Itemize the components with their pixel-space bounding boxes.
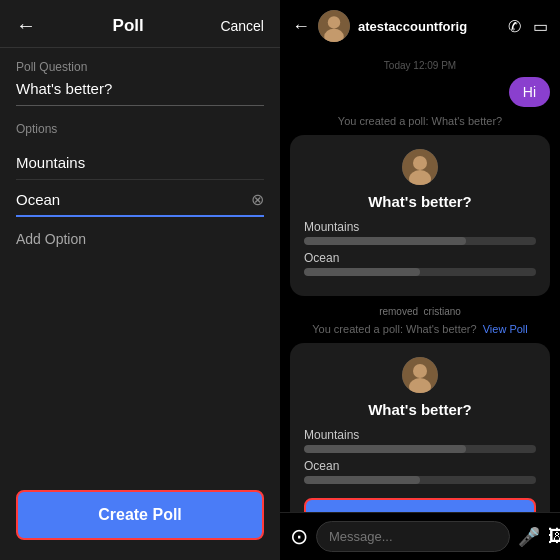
vote-button[interactable]: Vote	[304, 498, 536, 512]
ocean-label-2: Ocean	[304, 459, 536, 473]
message-input[interactable]	[316, 521, 510, 552]
bottom-icons: 🎤 🖼 😊	[518, 526, 560, 548]
ocean-bar-2	[304, 476, 536, 484]
back-icon[interactable]: ←	[16, 14, 36, 37]
removed-label: removed	[379, 306, 418, 317]
chat-header-icons: ✆ ▭	[508, 17, 548, 36]
chat-avatar	[318, 10, 350, 42]
option-ocean-row[interactable]: ⊗	[16, 184, 264, 217]
poll-option-mountains-1: Mountains	[304, 220, 536, 245]
poll-option-mountains-2: Mountains	[304, 428, 536, 453]
timestamp: Today 12:09 PM	[290, 60, 550, 71]
removed-text: removed cristiano	[290, 306, 550, 317]
phone-icon[interactable]: ✆	[508, 17, 521, 36]
ocean-bar-fill-1	[304, 268, 420, 276]
poll-question-title-1: What's better?	[304, 193, 536, 210]
chat-area[interactable]: Today 12:09 PM Hi You created a poll: Wh…	[280, 52, 560, 512]
poll-option-ocean-2: Ocean	[304, 459, 536, 484]
poll-creation-panel: ← Poll Cancel Poll Question What's bette…	[0, 0, 280, 560]
view-poll-label: You created a poll: What's better?	[312, 323, 476, 335]
cancel-button[interactable]: Cancel	[220, 18, 264, 34]
video-icon[interactable]: ▭	[533, 17, 548, 36]
mountains-label-1: Mountains	[304, 220, 536, 234]
view-poll-link[interactable]: View Poll	[483, 323, 528, 335]
mic-icon[interactable]: 🎤	[518, 526, 540, 548]
mountains-bar-2	[304, 445, 536, 453]
options-section: Options Mountains ⊗	[0, 106, 280, 217]
poll-question-value: What's better?	[16, 80, 264, 106]
clear-icon[interactable]: ⊗	[251, 190, 264, 209]
mountains-bar-fill-2	[304, 445, 466, 453]
poll-avatar-2	[402, 357, 438, 393]
right-header: ← atestaccountforig ✆ ▭	[280, 0, 560, 52]
ocean-bar-fill-2	[304, 476, 420, 484]
gallery-icon[interactable]: 🖼	[548, 526, 560, 548]
svg-point-7	[413, 364, 427, 378]
option-ocean-input[interactable]	[16, 191, 251, 208]
poll-option-ocean-1: Ocean	[304, 251, 536, 276]
poll-created-text-1: You created a poll: What's better?	[290, 115, 550, 127]
bottom-bar: ⊙ 🎤 🖼 😊	[280, 512, 560, 560]
poll-question-section: Poll Question What's better?	[0, 48, 280, 106]
poll-card-2: What's better? Mountains Ocean Vote	[290, 343, 550, 512]
hi-bubble: Hi	[290, 77, 550, 107]
poll-card-1: What's better? Mountains Ocean	[290, 135, 550, 296]
add-option-button[interactable]: Add Option	[0, 217, 280, 261]
removed-user: cristiano	[424, 306, 461, 317]
mountains-bar-fill-1	[304, 237, 466, 245]
mountains-label-2: Mountains	[304, 428, 536, 442]
mountains-bar-1	[304, 237, 536, 245]
poll-card-2-header	[304, 357, 536, 393]
ocean-bar-1	[304, 268, 536, 276]
left-header: ← Poll Cancel	[0, 0, 280, 47]
poll-question-title-2: What's better?	[304, 401, 536, 418]
svg-point-4	[413, 156, 427, 170]
view-poll-text: You created a poll: What's better? View …	[290, 323, 550, 335]
poll-question-label: Poll Question	[16, 60, 264, 74]
chat-back-icon[interactable]: ←	[292, 16, 310, 37]
create-poll-btn-container: Create Poll	[16, 490, 264, 540]
option-mountains: Mountains	[16, 146, 264, 180]
create-poll-button[interactable]: Create Poll	[16, 490, 264, 540]
ocean-label-1: Ocean	[304, 251, 536, 265]
camera-icon[interactable]: ⊙	[290, 524, 308, 550]
svg-point-1	[328, 16, 340, 28]
chat-panel: ← atestaccountforig ✆ ▭ Today 12:09 PM H…	[280, 0, 560, 560]
page-title: Poll	[113, 16, 144, 36]
options-label: Options	[16, 122, 264, 136]
chat-username: atestaccountforig	[358, 19, 500, 34]
poll-avatar-1	[402, 149, 438, 185]
hi-text: Hi	[509, 77, 550, 107]
poll-card-1-header	[304, 149, 536, 185]
